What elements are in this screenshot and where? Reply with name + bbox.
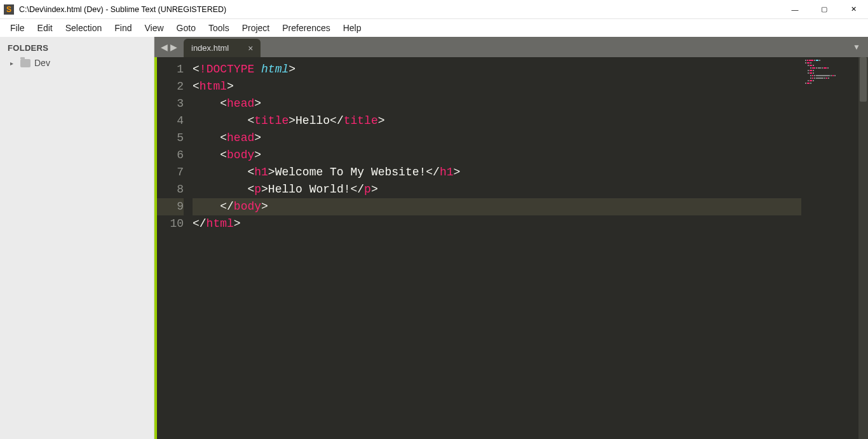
line-number: 6 xyxy=(157,147,184,164)
folder-label: Dev xyxy=(34,58,50,68)
minimize-button[interactable]: — xyxy=(780,0,810,18)
code-line[interactable]: <!DOCTYPE html> xyxy=(193,61,801,78)
code-line[interactable]: <head> xyxy=(193,130,801,147)
code-editor[interactable]: <!DOCTYPE html><html> <head> <title>Hell… xyxy=(193,57,801,439)
code-container: 12345678910 <!DOCTYPE html><html> <head>… xyxy=(154,57,868,439)
line-number: 8 xyxy=(157,181,184,198)
minimap-line xyxy=(805,62,855,64)
menu-item-help[interactable]: Help xyxy=(337,20,368,36)
code-line[interactable]: </html> xyxy=(193,215,801,233)
vertical-scrollbar[interactable] xyxy=(858,57,868,439)
menu-item-tools[interactable]: Tools xyxy=(202,20,236,36)
line-number: 1 xyxy=(157,61,184,78)
tab-index-html[interactable]: index.html × xyxy=(184,39,261,57)
line-number: 10 xyxy=(157,215,184,233)
menu-item-find[interactable]: Find xyxy=(108,20,138,36)
line-number: 5 xyxy=(157,130,184,147)
menu-item-goto[interactable]: Goto xyxy=(170,20,202,36)
minimap-line xyxy=(805,83,855,84)
window-controls: — ▢ ✕ xyxy=(780,0,868,18)
code-line[interactable]: </body> xyxy=(193,198,801,215)
close-button[interactable]: ✕ xyxy=(839,0,868,18)
tab-forward-icon[interactable]: ▶ xyxy=(170,42,177,52)
code-line[interactable]: <head> xyxy=(193,95,801,112)
tab-nav-arrows: ◀ ▶ xyxy=(154,37,184,57)
minimap-line xyxy=(805,70,855,72)
code-line[interactable]: <body> xyxy=(193,147,801,164)
menu-item-preferences[interactable]: Preferences xyxy=(276,20,336,36)
minimap-line xyxy=(805,80,855,82)
maximize-button[interactable]: ▢ xyxy=(810,0,839,18)
code-line[interactable]: <title>Hello</title> xyxy=(193,112,801,130)
menu-item-project[interactable]: Project xyxy=(236,20,276,36)
title-bar: S C:\Dev\index.html (Dev) - Sublime Text… xyxy=(0,0,868,19)
line-number: 7 xyxy=(157,164,184,181)
minimap-line xyxy=(805,75,855,77)
line-number: 4 xyxy=(157,112,184,130)
line-number: 9 xyxy=(157,198,184,215)
tab-back-icon[interactable]: ◀ xyxy=(161,42,168,52)
code-line[interactable]: <h1>Welcome To My Website!</h1> xyxy=(193,164,801,181)
tab-dropdown-icon[interactable]: ▼ xyxy=(845,37,868,57)
app-icon: S xyxy=(4,4,14,15)
minimap-line xyxy=(805,72,855,74)
tab-label: index.html xyxy=(191,43,229,53)
minimap-line xyxy=(805,65,855,67)
tab-close-icon[interactable]: × xyxy=(248,43,253,53)
folder-icon xyxy=(20,59,31,67)
workspace: FOLDERS ▸ Dev ◀ ▶ index.html × ▼ 1234567… xyxy=(0,37,868,439)
minimap-line xyxy=(805,78,855,79)
line-number: 3 xyxy=(157,95,184,112)
menu-item-file[interactable]: File xyxy=(4,20,31,36)
minimap[interactable] xyxy=(801,57,858,439)
line-number-gutter: 12345678910 xyxy=(157,57,193,439)
menu-item-edit[interactable]: Edit xyxy=(31,20,59,36)
tab-bar: ◀ ▶ index.html × ▼ xyxy=(154,37,868,57)
window-title: C:\Dev\index.html (Dev) - Sublime Text (… xyxy=(19,5,226,14)
sidebar-heading: FOLDERS xyxy=(8,43,146,53)
line-number: 2 xyxy=(157,78,184,95)
menu-bar: FileEditSelectionFindViewGotoToolsProjec… xyxy=(0,19,868,37)
menu-item-view[interactable]: View xyxy=(139,20,170,36)
disclosure-icon[interactable]: ▸ xyxy=(10,60,17,67)
menu-item-selection[interactable]: Selection xyxy=(59,20,109,36)
minimap-line xyxy=(805,67,855,69)
folder-row-dev[interactable]: ▸ Dev xyxy=(8,57,146,69)
sidebar: FOLDERS ▸ Dev xyxy=(0,37,154,439)
code-line[interactable]: <html> xyxy=(193,78,801,95)
editor-area: ◀ ▶ index.html × ▼ 12345678910 <!DOCTYPE… xyxy=(154,37,868,439)
scrollbar-thumb[interactable] xyxy=(860,57,867,102)
minimap-line xyxy=(805,60,855,62)
code-line[interactable]: <p>Hello World!</p> xyxy=(193,181,801,198)
